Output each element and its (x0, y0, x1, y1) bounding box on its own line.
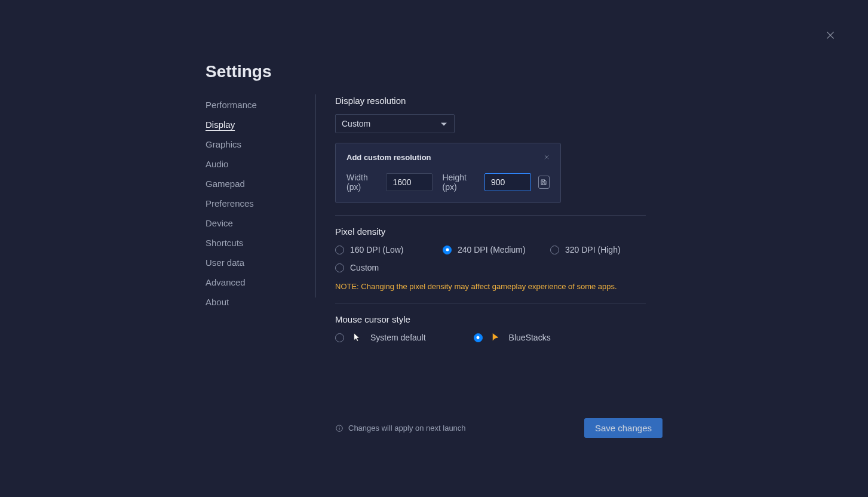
cursor-option-label: System default (370, 333, 426, 342)
info-icon (335, 424, 343, 432)
radio-icon (550, 246, 559, 254)
mouse-cursor-options: System default BlueStacks (335, 333, 662, 342)
save-changes-button[interactable]: Save changes (584, 418, 662, 438)
pixel-density-note: NOTE: Changing the pixel density may aff… (335, 282, 662, 291)
footer-bar: Changes will apply on next launch Save c… (335, 418, 662, 438)
svg-point-1 (339, 427, 339, 427)
cursor-option-label: BlueStacks (509, 333, 551, 342)
width-input[interactable] (386, 173, 433, 191)
svg-rect-2 (339, 428, 340, 430)
close-button[interactable] (825, 30, 837, 42)
custom-resolution-close-button[interactable] (544, 152, 551, 159)
cursor-default-icon (352, 333, 362, 342)
sidebar-item-gamepad[interactable]: Gamepad (206, 177, 316, 190)
sidebar-item-device[interactable]: Device (206, 217, 316, 229)
dpi-option-240[interactable]: 240 DPI (Medium) (443, 245, 550, 254)
footer-notice-text: Changes will apply on next launch (348, 424, 466, 432)
display-resolution-heading: Display resolution (335, 96, 662, 106)
close-icon (825, 30, 836, 41)
sidebar-item-shortcuts[interactable]: Shortcuts (206, 237, 316, 249)
dpi-option-160[interactable]: 160 DPI (Low) (335, 245, 443, 254)
save-icon (540, 179, 547, 186)
radio-icon (443, 246, 452, 254)
sidebar-item-preferences[interactable]: Preferences (206, 197, 316, 210)
height-input[interactable] (484, 173, 531, 191)
dpi-option-label: 240 DPI (Medium) (458, 245, 526, 254)
sidebar-item-display[interactable]: Display (206, 118, 316, 131)
settings-content: Display resolution Custom Add custom res… (335, 96, 662, 342)
width-label: Width (px) (346, 173, 379, 192)
sidebar-item-audio[interactable]: Audio (206, 158, 316, 170)
sidebar-item-performance[interactable]: Performance (206, 99, 316, 111)
cursor-bluestacks-icon (491, 333, 501, 342)
dpi-option-label: Custom (350, 263, 379, 272)
sidebar-item-about[interactable]: About (206, 296, 316, 308)
radio-icon (335, 333, 344, 342)
radio-icon (335, 246, 344, 254)
page-title: Settings (206, 62, 271, 81)
radio-icon (335, 263, 344, 272)
custom-resolution-title: Add custom resolution (346, 153, 550, 162)
height-label: Height (px) (442, 173, 477, 192)
footer-notice: Changes will apply on next launch (335, 424, 466, 432)
custom-resolution-panel: Add custom resolution Width (px) Height … (335, 143, 561, 203)
save-resolution-button[interactable] (538, 176, 550, 189)
dpi-option-320[interactable]: 320 DPI (High) (550, 245, 646, 254)
sidebar-item-user-data[interactable]: User data (206, 256, 316, 269)
pixel-density-heading: Pixel density (335, 226, 662, 237)
section-divider (335, 215, 646, 216)
cursor-option-bluestacks[interactable]: BlueStacks (474, 333, 551, 342)
dpi-option-label: 320 DPI (High) (565, 245, 621, 254)
vertical-divider (315, 94, 316, 297)
sidebar-item-graphics[interactable]: Graphics (206, 138, 316, 151)
settings-sidebar: Performance Display Graphics Audio Gamep… (206, 99, 316, 308)
section-divider (335, 303, 646, 303)
sidebar-item-advanced[interactable]: Advanced (206, 276, 316, 289)
dpi-option-custom[interactable]: Custom (335, 263, 443, 272)
dpi-option-label: 160 DPI (Low) (350, 245, 403, 254)
resolution-select-value: Custom (342, 119, 370, 128)
mouse-cursor-heading: Mouse cursor style (335, 314, 662, 324)
resolution-select[interactable]: Custom (335, 114, 455, 133)
radio-icon (474, 333, 483, 342)
pixel-density-options: 160 DPI (Low) 240 DPI (Medium) 320 DPI (… (335, 245, 662, 272)
close-icon (544, 154, 550, 160)
cursor-option-system-default[interactable]: System default (335, 333, 426, 342)
